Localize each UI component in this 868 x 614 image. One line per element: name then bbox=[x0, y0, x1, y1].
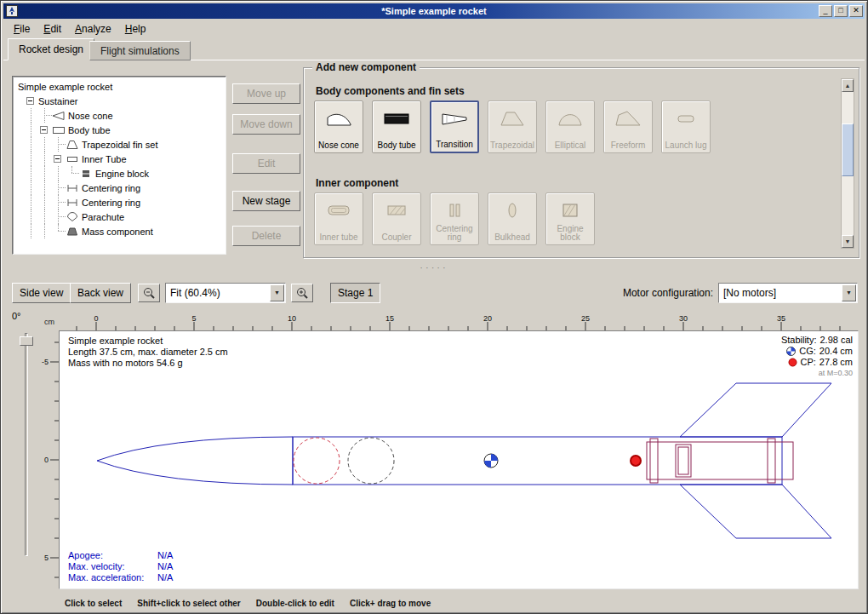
collapse-toggle-icon[interactable] bbox=[26, 97, 34, 105]
tree-item-nose-cone[interactable]: Nose cone bbox=[14, 108, 224, 123]
body-tube-outline bbox=[293, 437, 782, 485]
cp-value: 27.8 cm bbox=[819, 357, 853, 368]
tree-item-label: Nose cone bbox=[68, 111, 113, 121]
collapse-toggle-icon[interactable] bbox=[40, 126, 48, 134]
add-bulkhead-button[interactable]: Bulkhead bbox=[488, 192, 537, 245]
rocket-drawing bbox=[60, 331, 858, 588]
rotation-slider-track[interactable] bbox=[25, 333, 28, 556]
chevron-down-icon[interactable]: ▼ bbox=[842, 284, 856, 301]
cg-marker bbox=[484, 454, 498, 468]
tab-rocket-design[interactable]: Rocket design bbox=[8, 38, 94, 60]
tree-item-label: Centering ring bbox=[82, 198, 140, 208]
fin-top bbox=[680, 383, 831, 437]
add-inner-tube-button[interactable]: Inner tube bbox=[314, 192, 363, 245]
side-view-button[interactable]: Side view bbox=[12, 283, 71, 303]
back-view-button[interactable]: Back view bbox=[70, 283, 131, 303]
menu-help[interactable]: Help bbox=[118, 21, 153, 37]
move-up-button[interactable]: Move up bbox=[232, 83, 300, 104]
fin-set-icon bbox=[66, 140, 79, 150]
fin-bottom bbox=[680, 485, 831, 538]
edit-button[interactable]: Edit bbox=[232, 153, 300, 174]
add-launch-lug-button[interactable]: Launch lug bbox=[661, 100, 711, 153]
scroll-up-button[interactable]: ▲ bbox=[842, 79, 854, 92]
delete-button[interactable]: Delete bbox=[232, 226, 300, 246]
tree-item-body-tube[interactable]: Body tube bbox=[14, 123, 224, 137]
tree-item-label: Mass component bbox=[82, 227, 153, 237]
zoom-out-icon bbox=[143, 287, 156, 300]
rocket-dimensions: Length 37.5 cm, max. diameter 2.5 cm bbox=[68, 347, 228, 358]
component-scrollbar[interactable]: ▲ ▼ bbox=[841, 78, 854, 249]
hint-click-select: Click to select bbox=[65, 599, 122, 608]
body-tube-icon bbox=[52, 125, 66, 135]
maximize-button[interactable]: □ bbox=[834, 5, 848, 17]
menu-file[interactable]: File bbox=[7, 21, 37, 37]
stage-1-toggle[interactable]: Stage 1 bbox=[330, 283, 380, 303]
tree-item-centering-ring-1[interactable]: Centering ring bbox=[14, 181, 224, 195]
scroll-down-button[interactable]: ▼ bbox=[842, 235, 854, 248]
zoom-select[interactable]: Fit (60.4%) ▼ bbox=[165, 283, 286, 303]
new-stage-button[interactable]: New stage bbox=[232, 191, 300, 211]
tree-item-label: Inner Tube bbox=[82, 154, 127, 164]
cp-label: CP: bbox=[801, 357, 816, 368]
tab-rocket-design-label: Rocket design bbox=[19, 43, 83, 55]
rocket-design-panel: Simple example rocket Sustainer Nose con… bbox=[3, 60, 865, 611]
scrollbar-thumb[interactable] bbox=[842, 123, 854, 176]
zoom-out-button[interactable] bbox=[138, 284, 160, 302]
tree-item-sustainer[interactable]: Sustainer bbox=[14, 94, 224, 108]
stability-block: Stability: 2.98 cal CG: 20.4 cm CP: 27.8… bbox=[781, 335, 853, 379]
titlebar[interactable]: *Simple example rocket _ □ ✕ bbox=[3, 3, 865, 19]
add-transition-button[interactable]: Transition bbox=[430, 100, 479, 153]
chevron-down-icon[interactable]: ▼ bbox=[270, 284, 284, 301]
add-elliptical-fin-button[interactable]: Elliptical bbox=[545, 100, 595, 153]
svg-text:0: 0 bbox=[94, 314, 98, 323]
collapse-toggle-icon[interactable] bbox=[54, 155, 61, 163]
close-button[interactable]: ✕ bbox=[849, 5, 863, 17]
tree-item-rocket[interactable]: Simple example rocket bbox=[14, 79, 224, 94]
max-acceleration-value: N/A bbox=[157, 572, 173, 582]
rocket-mass: Mass with no motors 54.6 g bbox=[68, 358, 228, 369]
split-pane-divider[interactable]: ····· bbox=[3, 263, 865, 273]
svg-text:0: 0 bbox=[44, 456, 49, 464]
centering-ring-icon bbox=[66, 198, 79, 208]
app-icon[interactable] bbox=[6, 5, 18, 17]
rocket-canvas[interactable]: Simple example rocket Length 37.5 cm, ma… bbox=[59, 330, 859, 589]
add-trapezoidal-fin-button[interactable]: Trapezoidal bbox=[488, 100, 537, 153]
add-coupler-button[interactable]: Coupler bbox=[372, 192, 421, 245]
add-body-tube-button[interactable]: Body tube bbox=[372, 100, 421, 153]
max-acceleration-label: Max. acceleration: bbox=[68, 572, 157, 583]
move-down-button[interactable]: Move down bbox=[232, 114, 300, 135]
transition-icon bbox=[439, 107, 470, 129]
rotation-slider-handle[interactable] bbox=[20, 336, 33, 346]
add-freeform-fin-button[interactable]: Freeform bbox=[603, 100, 653, 153]
tree-item-centering-ring-2[interactable]: Centering ring bbox=[14, 195, 224, 209]
tree-item-engine-block[interactable]: Engine block bbox=[14, 166, 224, 181]
svg-text:10: 10 bbox=[288, 314, 296, 323]
svg-text:25: 25 bbox=[581, 314, 590, 323]
centering-ring-icon bbox=[439, 199, 470, 221]
tree-item-label: Parachute bbox=[82, 212, 124, 222]
tree-item-label: Trapezoidal fin set bbox=[82, 140, 157, 150]
menu-analyze[interactable]: Analyze bbox=[68, 21, 118, 37]
tab-flight-simulations[interactable]: Flight simulations bbox=[89, 41, 191, 60]
inner-tube-icon bbox=[66, 154, 79, 164]
tree-item-label: Centering ring bbox=[82, 183, 140, 193]
tree-item-parachute[interactable]: Parachute bbox=[14, 209, 224, 224]
component-tree[interactable]: Simple example rocket Sustainer Nose con… bbox=[12, 76, 226, 255]
tree-item-inner-tube[interactable]: Inner Tube bbox=[14, 152, 224, 166]
add-engine-block-button[interactable]: Engine block bbox=[545, 192, 595, 245]
tree-item-mass-component[interactable]: Mass component bbox=[14, 224, 224, 238]
svg-text:-5: -5 bbox=[42, 358, 49, 366]
tab-flight-simulations-label: Flight simulations bbox=[100, 45, 180, 57]
flight-data-block: Apogee:N/A Max. velocity:N/A Max. accele… bbox=[68, 550, 173, 583]
tree-item-label: Simple example rocket bbox=[18, 82, 112, 92]
add-nose-cone-button[interactable]: Nose cone bbox=[314, 100, 363, 153]
zoom-in-button[interactable] bbox=[291, 284, 313, 302]
add-centering-ring-button[interactable]: Centering ring bbox=[430, 192, 479, 245]
cg-value: 20.4 cm bbox=[819, 346, 853, 357]
motor-configuration-select[interactable]: [No motors] ▼ bbox=[718, 283, 858, 303]
close-icon: ✕ bbox=[853, 6, 859, 14]
minimize-button[interactable]: _ bbox=[819, 5, 832, 17]
ruler-unit-label: cm bbox=[40, 315, 59, 330]
tree-item-fin-set[interactable]: Trapezoidal fin set bbox=[14, 137, 224, 152]
menu-edit[interactable]: Edit bbox=[37, 21, 68, 37]
